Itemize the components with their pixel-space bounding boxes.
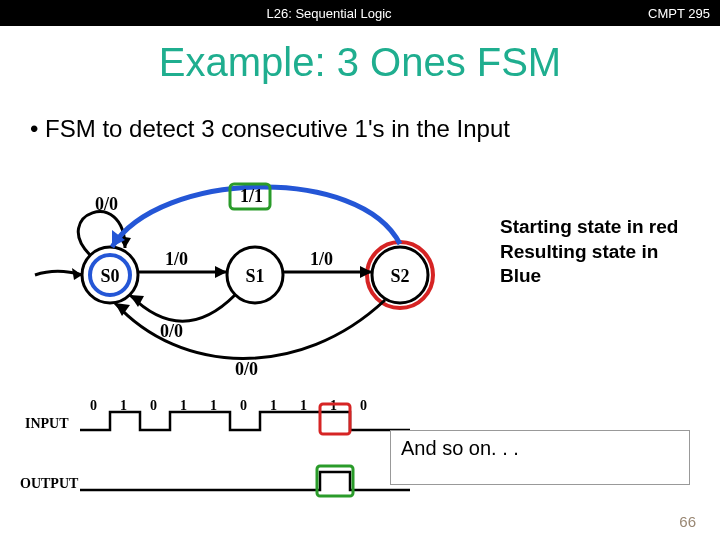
svg-marker-0 (72, 268, 82, 280)
svg-text:0: 0 (360, 400, 367, 413)
legend-line1: Starting state in red (500, 215, 678, 240)
svg-text:1: 1 (120, 400, 127, 413)
header-bar: L26: Sequential Logic CMPT 295 (0, 0, 720, 26)
and-so-on-box: And so on. . . (390, 430, 690, 485)
svg-text:1: 1 (180, 400, 187, 413)
output-waveform (80, 472, 410, 490)
edge-s0-loop: 0/0 (95, 194, 118, 214)
state-s2-label: S2 (390, 266, 409, 286)
page-number: 66 (679, 513, 696, 530)
edge-s2-s0-top: 1/1 (240, 186, 263, 206)
output-highlight-box (317, 466, 353, 496)
course-label: CMPT 295 (648, 6, 710, 21)
legend-text: Starting state in red Resulting state in… (500, 215, 678, 289)
edge-s1-s0: 0/0 (160, 321, 183, 341)
input-waveform (80, 412, 410, 430)
bullet-point: FSM to detect 3 consecutive 1's in the I… (30, 115, 720, 143)
svg-text:1: 1 (300, 400, 307, 413)
svg-text:1: 1 (210, 400, 217, 413)
edge-s1-s2: 1/0 (310, 249, 333, 269)
svg-text:1: 1 (330, 400, 337, 413)
svg-text:0: 0 (90, 400, 97, 413)
page-title: Example: 3 Ones FSM (0, 40, 720, 85)
svg-marker-2 (215, 266, 227, 278)
legend-line3: Blue (500, 264, 678, 289)
output-label: OUTPUT (20, 476, 79, 491)
edge-s2-s0-bottom: 0/0 (235, 359, 258, 379)
svg-text:1: 1 (270, 400, 277, 413)
input-label: INPUT (25, 416, 69, 431)
edge-s0-s1: 1/0 (165, 249, 188, 269)
state-s1-label: S1 (245, 266, 264, 286)
state-s0-label: S0 (100, 266, 119, 286)
legend-line2: Resulting state in (500, 240, 678, 265)
fsm-state-diagram: S0 0/0 S1 S2 1/0 0/0 1/0 0/0 1/1 (30, 180, 510, 380)
svg-text:0: 0 (240, 400, 247, 413)
lecture-label: L26: Sequential Logic (10, 6, 648, 21)
svg-text:0: 0 (150, 400, 157, 413)
